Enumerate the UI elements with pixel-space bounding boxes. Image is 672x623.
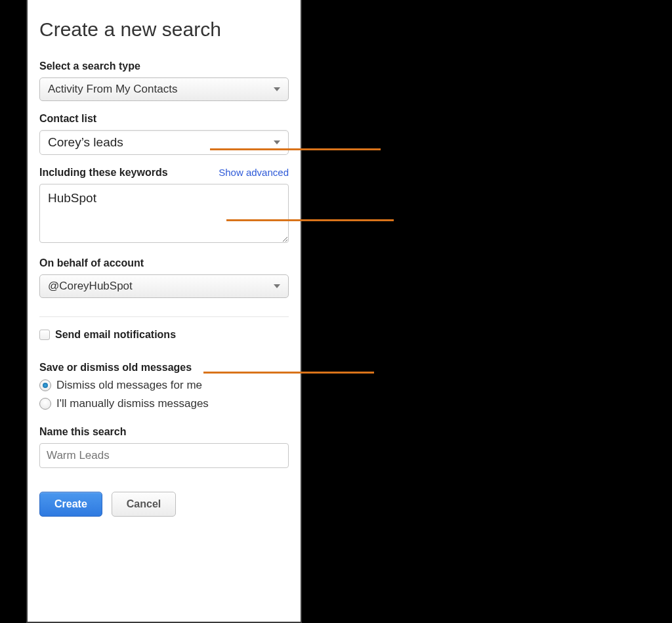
annotation-line	[203, 372, 374, 374]
search-type-select[interactable]: Activity From My Contacts	[39, 77, 289, 101]
contact-list-value: Corey’s leads	[48, 135, 123, 150]
svg-marker-1	[274, 140, 280, 144]
divider	[39, 316, 289, 317]
dismiss-auto-label: Dismiss old messages for me	[56, 379, 202, 392]
svg-marker-0	[274, 87, 280, 91]
page-title: Create a new search	[39, 18, 289, 41]
chevron-down-icon	[274, 87, 280, 91]
account-value: @CoreyHubSpot	[48, 280, 133, 293]
contact-list-select[interactable]: Corey’s leads	[39, 130, 289, 155]
account-select[interactable]: @CoreyHubSpot	[39, 274, 289, 298]
annotation-line	[210, 148, 381, 150]
dismiss-auto-radio[interactable]	[39, 379, 51, 391]
search-type-value: Activity From My Contacts	[48, 83, 177, 96]
email-notifications-checkbox[interactable]	[39, 330, 50, 340]
keywords-label: Including these keywords	[39, 167, 168, 179]
create-search-panel: Create a new search Select a search type…	[26, 0, 302, 623]
chevron-down-icon	[274, 140, 280, 144]
create-button[interactable]: Create	[39, 492, 102, 517]
keywords-input[interactable]	[39, 184, 289, 243]
show-advanced-link[interactable]: Show advanced	[219, 167, 289, 178]
name-search-input[interactable]	[39, 443, 289, 468]
dismiss-manual-label: I'll manually dismiss messages	[56, 397, 209, 410]
contact-list-label: Contact list	[39, 113, 289, 125]
account-label: On behalf of account	[39, 257, 289, 269]
chevron-down-icon	[274, 284, 280, 288]
email-notifications-label: Send email notifications	[55, 329, 176, 341]
name-search-label: Name this search	[39, 426, 289, 438]
dismiss-manual-radio[interactable]	[39, 398, 51, 410]
search-type-label: Select a search type	[39, 60, 289, 72]
cancel-button[interactable]: Cancel	[112, 492, 176, 517]
annotation-line	[226, 219, 394, 221]
svg-marker-2	[274, 284, 280, 288]
